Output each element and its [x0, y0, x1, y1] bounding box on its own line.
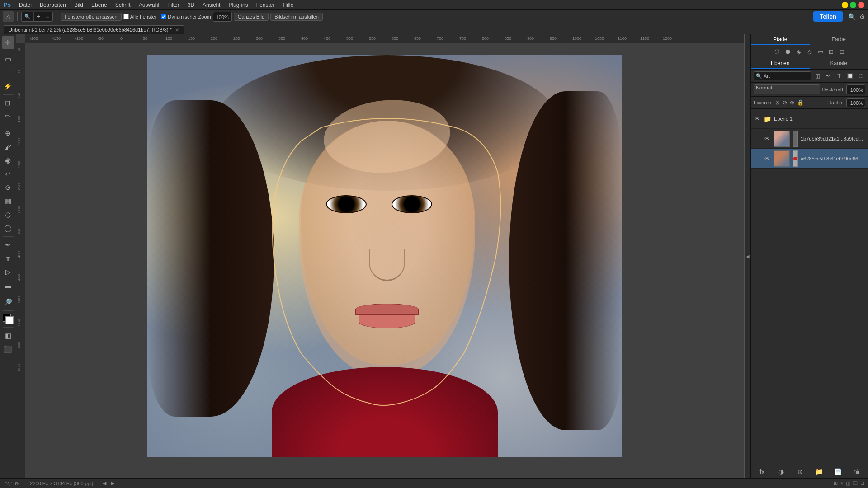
nav-next-icon[interactable]: ▶: [111, 480, 114, 486]
active-tab[interactable]: Unbenannt-1 bei 72,2% (a6285cc5fb8f61e0b…: [4, 25, 184, 34]
visibility-icon-2[interactable]: 👁: [764, 155, 771, 162]
layer-search-box[interactable]: 🔍 Art: [754, 71, 811, 80]
filter-shape-icon[interactable]: 🔲: [845, 71, 854, 80]
screen-mode-tool[interactable]: ⬛: [2, 343, 14, 356]
gradient-tool[interactable]: ▦: [2, 195, 14, 207]
layer-item-group[interactable]: 👁 📁 Ebene 1: [751, 109, 868, 129]
ruler-mark: 150: [188, 36, 195, 41]
minimize-button[interactable]: –: [842, 2, 848, 8]
canvas-viewport: [25, 43, 744, 469]
blend-mode-select[interactable]: Normal: [754, 84, 820, 94]
all-windows-checkbox[interactable]: [123, 14, 129, 19]
tab-farbe[interactable]: Farbe: [810, 34, 868, 45]
zoom-plus-button[interactable]: +: [34, 12, 43, 21]
visibility-icon-1[interactable]: 👁: [764, 135, 771, 142]
fix-icon-3[interactable]: 🔒: [797, 99, 804, 106]
fix-icon-1[interactable]: ⊘: [783, 99, 787, 106]
eraser-tool[interactable]: ⊘: [2, 181, 14, 194]
menu-plugins[interactable]: Plug-ins: [225, 1, 251, 9]
tab-close-icon[interactable]: ✕: [175, 28, 179, 33]
brush-tool[interactable]: 🖌: [2, 141, 14, 153]
fit-screen-button[interactable]: Ganzes Bild: [234, 13, 269, 21]
filter-adjustment-icon[interactable]: ✒: [824, 71, 833, 80]
dodge-tool[interactable]: ◯: [2, 222, 14, 235]
path-select-tool[interactable]: ▷: [2, 266, 14, 278]
history-brush-tool[interactable]: ↩: [2, 168, 14, 180]
healing-brush-tool[interactable]: ⊕: [2, 127, 14, 140]
dynamic-zoom-checkbox[interactable]: [161, 14, 166, 19]
menu-bearbeiten[interactable]: Bearbeiten: [36, 1, 70, 9]
menu-schrift[interactable]: Schrift: [112, 1, 134, 9]
panel-collapse-button[interactable]: ◀: [744, 34, 750, 478]
status-icon-4[interactable]: ⊟: [860, 480, 864, 486]
menu-auswahl[interactable]: Auswahl: [135, 1, 163, 9]
icon-layer-type-3[interactable]: ◇: [805, 47, 814, 56]
menu-ebene[interactable]: Ebene: [88, 1, 111, 9]
icon-layer-type-5[interactable]: ⊞: [827, 47, 836, 56]
quick-select-tool[interactable]: ⚡: [2, 80, 14, 93]
fit-window-button[interactable]: Fenstergröße anpassen: [61, 13, 122, 21]
settings-icon[interactable]: ⚙: [859, 13, 865, 20]
menu-ansicht[interactable]: Ansicht: [199, 1, 224, 9]
home-button[interactable]: ⌂: [3, 11, 14, 22]
icon-layer-type-2[interactable]: ◈: [794, 47, 803, 56]
fix-icon-0[interactable]: ⊠: [775, 99, 780, 106]
new-layer-button[interactable]: 📄: [833, 467, 843, 477]
maximize-button[interactable]: ⬜: [850, 2, 856, 8]
filter-smart-icon[interactable]: ⬡: [856, 71, 865, 80]
filter-pixel-icon[interactable]: ◫: [813, 71, 822, 80]
layer-item-2[interactable]: 👁 a6285cc5fb8f61e0b90e66b8426d1be7: [751, 149, 868, 169]
visibility-icon-group[interactable]: 👁: [754, 115, 761, 122]
crop-tool[interactable]: ⊡: [2, 97, 14, 109]
quick-mask-tool[interactable]: ◧: [2, 329, 14, 342]
opacity-value[interactable]: 100%: [846, 84, 865, 94]
move-tool[interactable]: ✛: [2, 36, 14, 49]
add-layer-style-button[interactable]: fx: [757, 467, 767, 477]
status-icon-3[interactable]: ❐: [853, 480, 858, 486]
zoom-tool[interactable]: 🔎: [2, 296, 14, 309]
rectangular-select-tool[interactable]: ▭: [2, 53, 14, 66]
new-adjustment-layer-button[interactable]: ⊕: [795, 467, 805, 477]
shape-tool[interactable]: ▬: [2, 279, 14, 292]
status-icon-1[interactable]: ⌖: [840, 480, 843, 486]
stamp-tool[interactable]: ◉: [2, 154, 14, 167]
zoom-display[interactable]: 100%: [213, 12, 232, 22]
lasso-tool[interactable]: ⌒: [2, 66, 14, 79]
close-button[interactable]: ✕: [858, 2, 864, 8]
menu-datei[interactable]: Datei: [15, 1, 35, 9]
fill-value[interactable]: 100%: [846, 98, 865, 107]
menu-hilfe[interactable]: Hilfe: [279, 1, 297, 9]
fill-screen-button[interactable]: Bildschirm ausfüllen: [270, 13, 323, 21]
icon-layer-type-6[interactable]: ⊟: [838, 47, 847, 56]
new-group-button[interactable]: 📁: [814, 467, 824, 477]
icon-layer-type-1[interactable]: ⬢: [783, 47, 793, 56]
background-color[interactable]: [5, 316, 14, 324]
icon-layer-type-0[interactable]: ⬡: [773, 47, 782, 56]
status-icon-0[interactable]: ⊞: [834, 480, 838, 486]
tab-ebenen[interactable]: Ebenen: [751, 58, 810, 69]
delete-layer-button[interactable]: 🗑: [852, 467, 862, 477]
zoom-magnifier-button[interactable]: 🔍: [22, 12, 34, 21]
ruler-mark: 500: [346, 36, 353, 41]
layer-item-1[interactable]: 👁 1b7dbb39dd21a1...8a9fcda93d5e72: [751, 129, 868, 149]
menu-bild[interactable]: Bild: [71, 1, 87, 9]
nav-prev-icon[interactable]: ◀: [103, 480, 106, 486]
search-right-icon[interactable]: 🔍: [848, 13, 856, 20]
canvas-image-container[interactable]: [147, 55, 622, 457]
menu-3d[interactable]: 3D: [184, 1, 198, 9]
blur-tool[interactable]: ◌: [2, 208, 14, 221]
text-tool[interactable]: T: [2, 252, 14, 265]
eyedropper-tool[interactable]: ✏: [2, 110, 14, 123]
icon-layer-type-4[interactable]: ▭: [816, 47, 825, 56]
tab-pfade[interactable]: Pfade: [751, 34, 810, 45]
zoom-minus-button[interactable]: –: [43, 12, 52, 21]
filter-text-icon[interactable]: T: [835, 71, 844, 80]
status-icon-2[interactable]: ◫: [846, 480, 850, 486]
menu-fenster[interactable]: Fenster: [253, 1, 278, 9]
share-button[interactable]: Teilen: [813, 11, 843, 22]
tab-kanale[interactable]: Kanäle: [810, 58, 868, 69]
menu-filter[interactable]: Filter: [164, 1, 183, 9]
fix-icon-2[interactable]: ⊕: [790, 99, 794, 106]
add-mask-button[interactable]: ◑: [776, 467, 786, 477]
pen-tool[interactable]: ✒: [2, 239, 14, 251]
